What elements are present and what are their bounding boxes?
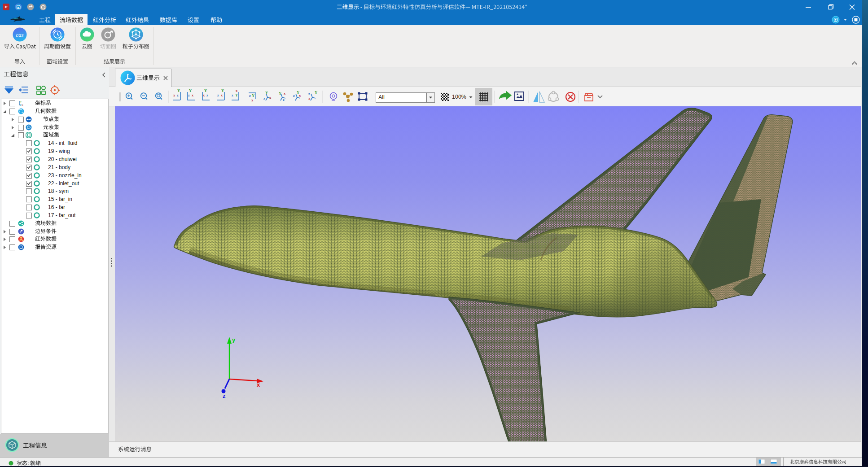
svg-text:z: z: [206, 93, 208, 97]
svg-text:x: x: [221, 93, 223, 97]
svg-text:z: z: [188, 93, 190, 97]
svg-text:x: x: [173, 93, 175, 97]
svg-text:z: z: [177, 93, 179, 97]
svg-text:Y: Y: [221, 88, 224, 93]
svg-text:z: z: [308, 92, 310, 96]
svg-text:Y: Y: [252, 93, 254, 98]
svg-text:Y: Y: [235, 93, 238, 97]
svg-text:Y: Y: [265, 91, 268, 95]
svg-text:x: x: [299, 93, 301, 98]
svg-text:x: x: [251, 98, 254, 102]
svg-text:x: x: [284, 91, 286, 96]
svg-text:x: x: [257, 381, 260, 388]
svg-text:z: z: [232, 93, 233, 97]
svg-text:Y: Y: [177, 88, 180, 93]
svg-text:Y: Y: [279, 91, 281, 96]
svg-text:z: z: [249, 93, 251, 98]
svg-text:z: z: [223, 393, 226, 399]
svg-text:x: x: [192, 93, 194, 97]
svg-text:x: x: [308, 96, 311, 100]
svg-text:Y: Y: [315, 90, 317, 95]
svg-text:y: y: [232, 336, 236, 343]
svg-text:x: x: [269, 95, 272, 100]
svg-text:x: x: [203, 93, 205, 97]
svg-text:z: z: [263, 96, 265, 100]
svg-text:x: x: [236, 88, 238, 93]
svg-text:Y: Y: [189, 88, 192, 93]
svg-text:z: z: [283, 97, 285, 102]
svg-text:z: z: [217, 93, 219, 97]
svg-text:z: z: [293, 93, 295, 98]
svg-text:Y: Y: [204, 88, 207, 93]
